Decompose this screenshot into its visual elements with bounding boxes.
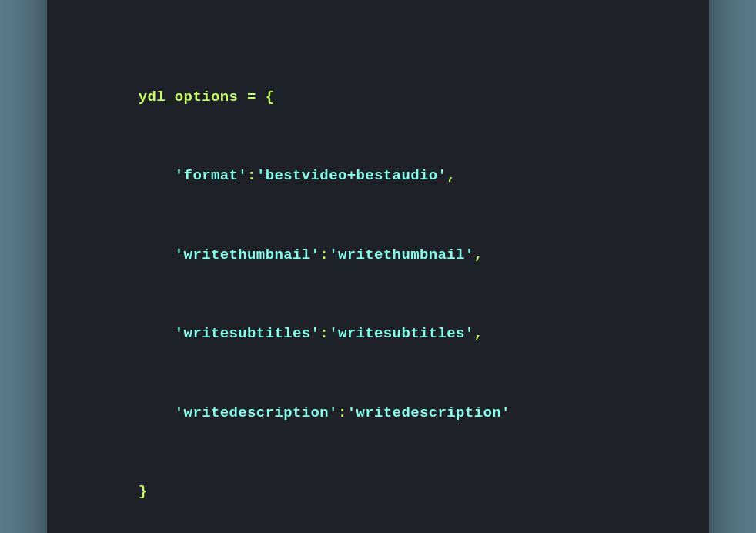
link-line: link = ['https://YourVideoLinkHere'] (84, 0, 672, 28)
code-block: import youtube_dl link = ['https://YourV… (47, 0, 709, 533)
colon-3: : (319, 325, 329, 342)
val-format: 'bestvideo+bestaudio' (256, 167, 447, 184)
key-format: 'format' (139, 167, 247, 184)
comma-2: , (474, 246, 483, 263)
closing-brace-line: } (84, 452, 672, 531)
ydl-options-line: ydl_options = { (84, 57, 672, 136)
writesubtitles-line: 'writesubtitles':'writesubtitles', (84, 294, 672, 374)
val-thumbnail: 'writethumbnail' (329, 246, 474, 263)
key-thumbnail: 'writethumbnail' (139, 246, 320, 263)
writethumbnail-line: 'writethumbnail':'writethumbnail', (84, 216, 672, 295)
colon-1: : (247, 167, 256, 184)
val-description: 'writedescription' (347, 404, 510, 421)
val-subtitles: 'writesubtitles' (329, 325, 474, 342)
op-assign: = { (238, 89, 274, 106)
blank-line-2 (84, 28, 672, 54)
closing-brace: } (139, 483, 148, 500)
colon-4: : (338, 404, 347, 421)
code-window: import youtube_dl link = ['https://YourV… (47, 0, 709, 533)
writedescription-line: 'writedescription':'writedescription' (84, 374, 672, 453)
comma-1: , (447, 167, 456, 184)
var-ydl-options: ydl_options (139, 89, 239, 106)
comma-3: , (474, 325, 483, 342)
key-subtitles: 'writesubtitles' (139, 325, 320, 342)
colon-2: : (319, 246, 329, 263)
format-line: 'format':'bestvideo+bestaudio', (84, 136, 672, 216)
key-description: 'writedescription' (139, 404, 338, 421)
